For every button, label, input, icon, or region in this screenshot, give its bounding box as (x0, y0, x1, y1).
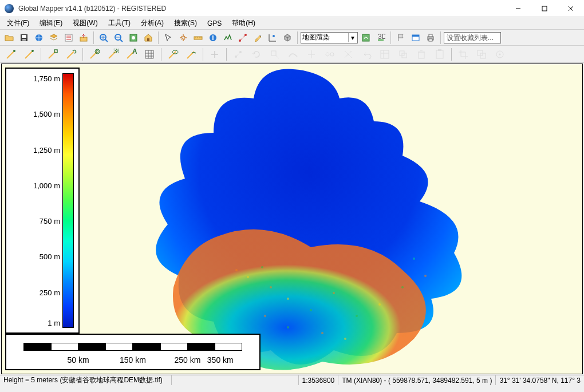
save-icon[interactable] (17, 31, 31, 45)
legend-tick: 750 m (10, 217, 60, 225)
full-extent-icon[interactable] (127, 31, 140, 45)
3d-view-icon[interactable]: 3D (374, 31, 388, 45)
map-canvas[interactable]: 1,750 m 1,500 m 1,250 m 1,000 m 750 m 50… (1, 64, 583, 374)
info-icon[interactable]: i (206, 31, 220, 45)
dem-layer (2, 64, 583, 374)
svg-point-51 (499, 53, 501, 55)
close-button[interactable] (558, 0, 584, 17)
svg-rect-45 (419, 52, 424, 58)
legend-ticks: 1,750 m 1,500 m 1,250 m 1,000 m 750 m 50… (10, 73, 60, 328)
minimize-button[interactable] (505, 0, 531, 17)
profile-icon[interactable] (221, 31, 235, 45)
separator (82, 48, 83, 61)
move-icon (206, 46, 223, 62)
map-view-input[interactable] (302, 33, 348, 42)
legend-tick: 250 m (10, 288, 60, 296)
menu-help[interactable]: 帮助(H) (227, 17, 260, 29)
chevron-down-icon[interactable]: ▾ (348, 33, 356, 42)
home-icon[interactable] (141, 31, 155, 45)
legend-tick: 1,750 m (10, 74, 60, 82)
print-icon[interactable] (424, 31, 437, 45)
svg-point-65 (344, 338, 346, 340)
3d-icon[interactable] (281, 31, 294, 45)
create-line-icon[interactable] (21, 46, 38, 62)
create-text-icon[interactable]: A (123, 46, 140, 62)
layers-icon[interactable] (47, 31, 61, 45)
scalebar-labels: 50 km 150 km 250 km 350 km (23, 355, 242, 365)
svg-text:i: i (212, 34, 214, 42)
measure-icon[interactable] (191, 31, 205, 45)
elevation-legend: 1,750 m 1,500 m 1,250 m 1,000 m 750 m 50… (5, 68, 80, 334)
flag-icon[interactable] (394, 31, 408, 45)
coord-icon[interactable] (266, 31, 279, 45)
maximize-button[interactable] (531, 0, 558, 17)
menu-analysis[interactable]: 分析(A) (136, 17, 168, 29)
app-icon (5, 4, 14, 13)
favorites-input[interactable]: 设置收藏列表... (444, 32, 501, 43)
edit-copy-icon (394, 46, 412, 62)
pan-icon[interactable] (176, 31, 190, 45)
create-arc-icon[interactable] (183, 46, 200, 62)
create-range-icon[interactable] (86, 46, 103, 62)
edit-delete-icon (413, 46, 430, 62)
create-buffer-icon[interactable] (164, 46, 181, 62)
status-scale: 1:3536800 (299, 375, 339, 385)
separator (93, 31, 94, 44)
menu-edit[interactable]: 编辑(E) (35, 17, 67, 29)
scalebar-label: 150 km (105, 355, 160, 365)
menu-file[interactable]: 文件(F) (2, 17, 34, 29)
zoom-out-icon[interactable] (112, 31, 125, 45)
digitize-icon[interactable] (251, 31, 265, 45)
scalebar-label: 50 km (51, 355, 106, 365)
map-view-combo[interactable]: ▾ (301, 32, 358, 43)
open-icon[interactable] (2, 31, 16, 45)
edit-undo-icon (358, 46, 375, 62)
separator (161, 48, 161, 61)
toolbar-main: i ▾ 3D 设置收藏列表... (0, 30, 584, 46)
svg-rect-1 (542, 6, 547, 11)
svg-line-11 (105, 39, 108, 42)
los-icon[interactable] (236, 31, 250, 45)
edit-snap-icon (491, 46, 508, 62)
globe-icon[interactable] (32, 31, 46, 45)
svg-point-55 (270, 286, 272, 288)
separator (451, 48, 452, 61)
select-icon[interactable] (161, 31, 175, 45)
create-cogo-icon[interactable]: 36 (104, 46, 121, 62)
create-grid-icon[interactable] (141, 46, 158, 62)
svg-rect-39 (271, 51, 276, 56)
menu-tools[interactable]: 工具(T) (104, 17, 135, 29)
refresh-map-icon[interactable] (359, 31, 373, 45)
scalebar-seg (215, 343, 242, 351)
legend-tick: 1,250 m (10, 145, 60, 154)
zoom-in-icon[interactable] (97, 31, 111, 45)
svg-rect-46 (436, 50, 443, 58)
svg-rect-23 (362, 34, 369, 41)
svg-point-40 (326, 53, 329, 56)
unload-icon[interactable] (77, 31, 90, 45)
config-icon[interactable] (62, 31, 76, 45)
create-point-icon[interactable] (2, 46, 19, 62)
svg-point-41 (330, 53, 334, 56)
edit-vertex-icon (230, 46, 247, 62)
scalebar-label: 350 km (193, 355, 248, 365)
edit-rotate-icon (248, 46, 265, 62)
svg-rect-5 (22, 35, 26, 38)
create-trace-icon[interactable] (62, 46, 80, 62)
create-area-icon[interactable] (44, 46, 61, 62)
status-height: Height = 5 meters (安徽省谷歌地球高程DEM数据.tif) (0, 375, 172, 385)
legend-tick: 1,500 m (10, 110, 60, 118)
menu-search[interactable]: 搜索(S) (169, 17, 202, 29)
svg-point-52 (235, 269, 238, 271)
status-projection: TM (XIAN80) - ( 559878.571, 3489482.591,… (338, 375, 496, 385)
menu-gps[interactable]: GPS (203, 18, 226, 29)
svg-point-56 (287, 298, 289, 300)
edit-scale-icon (266, 46, 283, 62)
edit-reshape-icon (285, 46, 302, 62)
window-icon[interactable] (409, 31, 423, 45)
menu-view[interactable]: 视图(W) (68, 17, 102, 29)
separator (390, 31, 391, 44)
separator (226, 48, 227, 61)
svg-rect-6 (22, 39, 26, 41)
svg-rect-31 (54, 50, 57, 53)
